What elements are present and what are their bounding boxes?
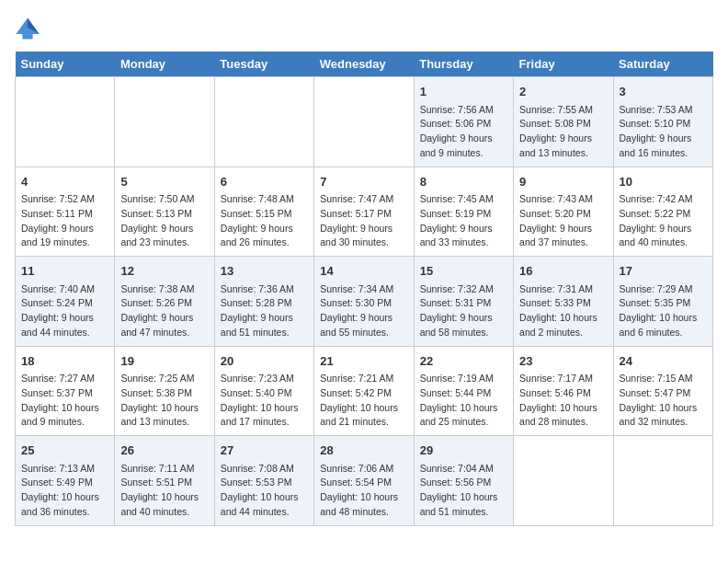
day-info: Sunrise: 7:11 AM [120, 462, 208, 477]
day-info: and 51 minutes. [221, 326, 308, 340]
calendar-cell: 4Sunrise: 7:52 AMSunset: 5:11 PMDaylight… [16, 167, 115, 257]
day-info: and 36 minutes. [21, 505, 108, 520]
day-info: Sunrise: 7:21 AM [320, 372, 407, 386]
day-info: Daylight: 9 hours [620, 132, 707, 146]
day-info: Sunrise: 7:13 AM [21, 462, 108, 477]
day-info: Sunrise: 7:06 AM [320, 462, 407, 477]
calendar-cell: 18Sunrise: 7:27 AMSunset: 5:37 PMDayligh… [16, 346, 115, 436]
day-info: and 48 minutes. [320, 505, 407, 520]
day-info: Daylight: 10 hours [519, 401, 607, 416]
day-info: Sunrise: 7:08 AM [221, 462, 308, 477]
day-info: Daylight: 10 hours [519, 311, 607, 326]
calendar-week-row: 18Sunrise: 7:27 AMSunset: 5:37 PMDayligh… [16, 346, 713, 436]
day-number: 25 [21, 442, 108, 460]
day-info: Sunset: 5:38 PM [120, 386, 208, 401]
calendar-cell: 3Sunrise: 7:53 AMSunset: 5:10 PMDaylight… [613, 77, 712, 167]
day-info: Daylight: 10 hours [620, 311, 707, 326]
weekday-header-friday: Friday [514, 52, 613, 77]
day-number: 22 [420, 352, 507, 371]
calendar-table: SundayMondayTuesdayWednesdayThursdayFrid… [15, 52, 713, 526]
day-info: Daylight: 9 hours [320, 222, 407, 236]
calendar-cell: 21Sunrise: 7:21 AMSunset: 5:42 PMDayligh… [314, 346, 414, 436]
day-info: and 47 minutes. [120, 326, 208, 340]
day-info: and 32 minutes. [620, 415, 707, 430]
day-number: 13 [221, 262, 308, 281]
calendar-cell: 16Sunrise: 7:31 AMSunset: 5:33 PMDayligh… [514, 257, 613, 347]
day-info: Sunset: 5:13 PM [120, 207, 208, 222]
day-info: Sunset: 5:19 PM [420, 207, 507, 222]
calendar-cell: 14Sunrise: 7:34 AMSunset: 5:30 PMDayligh… [314, 257, 414, 347]
calendar-cell: 19Sunrise: 7:25 AMSunset: 5:38 PMDayligh… [115, 346, 214, 436]
day-number: 29 [420, 442, 507, 460]
day-info: Daylight: 10 hours [120, 490, 208, 505]
day-info: Sunrise: 7:17 AM [519, 372, 607, 386]
day-info: Daylight: 9 hours [420, 222, 507, 236]
day-info: Sunset: 5:35 PM [620, 296, 707, 311]
day-number: 9 [519, 173, 607, 191]
day-info: and 33 minutes. [420, 236, 507, 250]
calendar-week-row: 11Sunrise: 7:40 AMSunset: 5:24 PMDayligh… [16, 257, 713, 347]
day-info: Sunrise: 7:56 AM [420, 103, 507, 118]
day-info: Sunset: 5:56 PM [420, 476, 507, 490]
day-number: 6 [221, 173, 308, 191]
day-info: Sunrise: 7:34 AM [320, 282, 407, 297]
day-number: 7 [320, 173, 407, 191]
day-number: 1 [420, 83, 507, 101]
calendar-cell: 28Sunrise: 7:06 AMSunset: 5:54 PMDayligh… [314, 436, 414, 526]
day-info: and 21 minutes. [320, 415, 407, 430]
calendar-cell: 9Sunrise: 7:43 AMSunset: 5:20 PMDaylight… [514, 167, 613, 257]
day-info: and 16 minutes. [620, 146, 707, 161]
calendar-cell [115, 77, 214, 167]
calendar-cell: 20Sunrise: 7:23 AMSunset: 5:40 PMDayligh… [214, 346, 313, 436]
day-info: Sunset: 5:10 PM [620, 117, 707, 132]
day-info: Daylight: 9 hours [221, 311, 308, 326]
day-info: and 13 minutes. [120, 415, 208, 430]
day-info: Sunrise: 7:48 AM [221, 192, 308, 207]
weekday-header-sunday: Sunday [16, 52, 115, 77]
day-info: Sunrise: 7:31 AM [519, 282, 607, 297]
day-number: 2 [519, 83, 607, 101]
day-info: and 40 minutes. [620, 236, 707, 250]
day-info: Daylight: 9 hours [21, 311, 108, 326]
weekday-header-saturday: Saturday [613, 52, 712, 77]
calendar-cell: 6Sunrise: 7:48 AMSunset: 5:15 PMDaylight… [214, 167, 313, 257]
logo-icon [15, 15, 40, 40]
day-info: Sunset: 5:28 PM [221, 296, 308, 311]
day-info: and 55 minutes. [320, 326, 407, 340]
day-info: Sunset: 5:11 PM [21, 207, 108, 222]
day-info: Sunrise: 7:42 AM [620, 192, 707, 207]
day-info: and 25 minutes. [420, 415, 507, 430]
day-info: Daylight: 10 hours [221, 401, 308, 416]
calendar-cell [214, 77, 313, 167]
calendar-cell [514, 436, 613, 526]
day-info: Sunrise: 7:47 AM [320, 192, 407, 207]
day-info: and 9 minutes. [420, 146, 507, 161]
day-info: Daylight: 9 hours [120, 311, 208, 326]
day-number: 18 [21, 352, 108, 371]
day-info: Sunset: 5:15 PM [221, 207, 308, 222]
day-info: and 58 minutes. [420, 326, 507, 340]
calendar-cell: 24Sunrise: 7:15 AMSunset: 5:47 PMDayligh… [613, 346, 712, 436]
calendar-week-row: 4Sunrise: 7:52 AMSunset: 5:11 PMDaylight… [16, 167, 713, 257]
day-info: Sunrise: 7:36 AM [221, 282, 308, 297]
calendar-cell [613, 436, 712, 526]
calendar-week-row: 1Sunrise: 7:56 AMSunset: 5:06 PMDaylight… [16, 77, 713, 167]
day-info: and 6 minutes. [620, 326, 707, 340]
day-info: Daylight: 10 hours [420, 401, 507, 416]
day-info: Daylight: 9 hours [120, 222, 208, 236]
day-info: Daylight: 10 hours [21, 490, 108, 505]
calendar-cell: 12Sunrise: 7:38 AMSunset: 5:26 PMDayligh… [115, 257, 214, 347]
calendar-cell: 11Sunrise: 7:40 AMSunset: 5:24 PMDayligh… [16, 257, 115, 347]
logo [15, 15, 44, 40]
day-info: Daylight: 10 hours [221, 490, 308, 505]
day-number: 24 [620, 352, 707, 371]
day-info: Daylight: 10 hours [420, 490, 507, 505]
day-info: Sunset: 5:49 PM [21, 476, 108, 490]
day-info: and 40 minutes. [120, 505, 208, 520]
calendar-week-row: 25Sunrise: 7:13 AMSunset: 5:49 PMDayligh… [16, 436, 713, 526]
weekday-header-monday: Monday [115, 52, 214, 77]
day-info: and 44 minutes. [21, 326, 108, 340]
day-info: Sunset: 5:33 PM [519, 296, 607, 311]
day-info: Sunset: 5:54 PM [320, 476, 407, 490]
day-info: Sunrise: 7:43 AM [519, 192, 607, 207]
